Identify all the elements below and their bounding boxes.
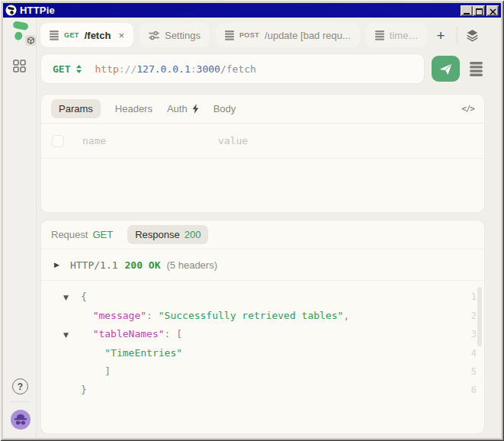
tab-label: /update [bad requ... (265, 30, 351, 41)
tab-auth[interactable]: Auth (167, 99, 199, 118)
request-panel: Params Headers Auth Body </> name val (40, 94, 485, 213)
response-panel: Request GET Response 200 ▶ HTTP/1.1 200 … (40, 220, 485, 434)
request-method-label: GET (92, 229, 113, 240)
tab-settings[interactable]: Settings (140, 23, 210, 47)
lightning-icon (192, 104, 199, 114)
line-number: 4 (461, 344, 484, 362)
database-icon[interactable] (467, 62, 485, 76)
code-view-icon[interactable]: </> (461, 104, 474, 114)
line-number: 5 (461, 362, 484, 381)
database-icon (50, 31, 59, 40)
tab-response[interactable]: Response 200 (127, 225, 208, 244)
code-text: ] (81, 362, 461, 381)
help-icon[interactable]: ? (12, 378, 28, 394)
code-text: { (81, 288, 461, 306)
user-avatar[interactable] (11, 410, 30, 430)
fold-triangle-icon[interactable]: ▼ (41, 288, 81, 307)
database-icon (225, 31, 234, 40)
url-bar[interactable]: GET http://127.0.0.1:3000/fetch (40, 53, 425, 84)
sidebar: ? (3, 18, 37, 438)
fold-triangle-icon[interactable]: ▼ (41, 326, 81, 344)
param-name-input[interactable]: name (82, 135, 218, 146)
collapse-triangle-icon[interactable]: ▶ (54, 261, 59, 269)
request-tab-time[interactable]: time… (366, 23, 428, 47)
method-dropdown-arrows[interactable] (75, 64, 82, 74)
send-button[interactable] (432, 56, 460, 82)
new-tab-button[interactable]: + (433, 28, 448, 43)
scrollbar-thumb[interactable] (477, 287, 482, 346)
code-text: "message": "Successfully retrieved table… (81, 307, 461, 325)
code-text: } (81, 381, 461, 399)
window-titlebar[interactable]: HTTPie (3, 3, 501, 18)
param-row: name value (41, 124, 484, 158)
close-tab-icon[interactable]: × (118, 31, 124, 40)
tab-label: Settings (165, 30, 201, 41)
headers-count-label: (5 headers) (167, 259, 217, 271)
param-enabled-checkbox[interactable] (52, 135, 64, 147)
tab-request[interactable]: Request GET (51, 225, 113, 244)
code-text: "TimeEntries" (81, 344, 461, 362)
param-value-input[interactable]: value (218, 135, 248, 146)
status-line: ▶ HTTP/1.1 200 OK (5 headers) (41, 249, 484, 280)
layers-icon[interactable] (466, 29, 479, 42)
tab-params[interactable]: Params (51, 99, 101, 118)
request-tab-fetch[interactable]: GET /fetch × (40, 23, 133, 47)
url-input[interactable]: http://127.0.0.1:3000/fetch (95, 63, 255, 75)
code-line: }6 (41, 381, 484, 399)
code-line: "TimeEntries"4 (41, 344, 484, 362)
maximize-button[interactable] (473, 5, 485, 16)
url-row: GET http://127.0.0.1:3000/fetch (40, 53, 485, 84)
close-button[interactable] (486, 5, 499, 16)
tab-strip: GET /fetch × Settings POST (40, 23, 485, 47)
window-title: HTTPie (20, 5, 457, 15)
sidebar-divider (10, 401, 30, 402)
settings-sliders-icon (149, 31, 159, 40)
code-line: "message": "Successfully retrieved table… (41, 307, 484, 325)
code-text: "tableNames": [ (81, 325, 461, 343)
environment-cube-icon[interactable] (25, 35, 36, 46)
tab-label: time… (390, 30, 419, 41)
minimize-button[interactable] (461, 5, 473, 16)
method-selector[interactable]: GET (53, 63, 70, 75)
divider (41, 158, 484, 159)
response-body: ▼{1"message": "Successfully retrieved ta… (41, 281, 484, 433)
grid-icon[interactable] (13, 60, 26, 76)
code-line: ▼"tableNames": [3 (41, 325, 484, 344)
paper-plane-icon (438, 62, 453, 76)
app-window: HTTPie (0, 0, 504, 441)
tab-method-label: GET (64, 31, 79, 39)
line-number: 6 (461, 381, 484, 399)
code-line: ▼{1 (41, 288, 484, 307)
response-status-badge: 200 (185, 229, 201, 240)
request-tab-update[interactable]: POST /update [bad requ... (216, 23, 360, 47)
code-line: ]5 (41, 362, 484, 381)
strip-divider (457, 26, 457, 44)
httpie-window-icon (5, 5, 17, 16)
httpie-logo (11, 20, 34, 46)
protocol-label: HTTP/1.1 (70, 259, 118, 271)
tab-headers[interactable]: Headers (115, 99, 152, 118)
database-icon (375, 31, 384, 40)
tab-label: /fetch (85, 30, 111, 41)
tab-method-label: POST (239, 31, 259, 39)
tab-body[interactable]: Body (213, 99, 236, 118)
status-ok-label: 200 OK (125, 259, 161, 271)
